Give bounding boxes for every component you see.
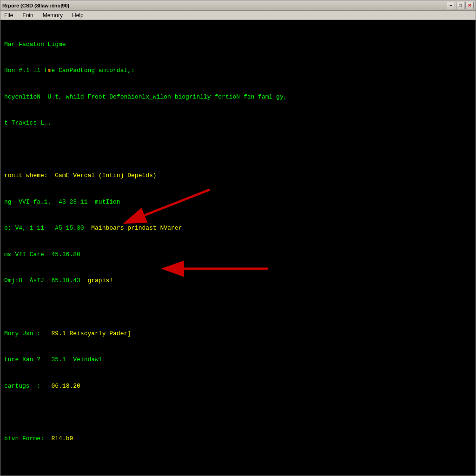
terminal-line: ture Xan ? 35.1 Veindawl (4, 356, 472, 364)
window-controls: – □ ✕ (447, 2, 474, 9)
menu-bar: File Foin Memory Help (0, 11, 476, 20)
terminal-line: bivn Forme: Rl4.b9 (4, 435, 472, 443)
arrow-indicator-2 (177, 257, 270, 280)
window-title: Rrpore (CSD (8llaw ično|90) (2, 3, 69, 8)
maximize-button[interactable]: □ (456, 2, 464, 9)
menu-help[interactable]: Help (70, 12, 86, 19)
terminal-line: ronit wheme: GamE Vercal (Intinj Depelds… (4, 172, 472, 180)
menu-file[interactable]: File (2, 12, 15, 19)
terminal-line: hcyenltioN U.t, whild Froot Defonàionlx_… (4, 93, 472, 102)
minimize-button[interactable]: – (447, 2, 455, 9)
menu-foin[interactable]: Foin (20, 12, 35, 19)
terminal-line (4, 461, 472, 469)
arrow-indicator-1 (131, 185, 214, 222)
terminal-line: Mar Facaton Ligme (4, 40, 472, 49)
terminal-line: cartugs -: 06.18.20 (4, 382, 472, 391)
main-window: Rrpore (CSD (8llaw ično|90) – □ ✕ File F… (0, 0, 476, 476)
terminal-line (4, 145, 472, 154)
title-bar: Rrpore (CSD (8llaw ično|90) – □ ✕ (0, 0, 476, 11)
terminal-line: t Traxics L.. (4, 119, 472, 128)
svg-line-1 (145, 190, 210, 215)
terminal-line: Ron #.1 ±1 fme CanPadtong amtordal,: (4, 66, 472, 75)
menu-memory[interactable]: Memory (41, 12, 65, 19)
terminal-area: Mar Facaton Ligme Ron #.1 ±1 fme CanPadt… (0, 20, 476, 476)
terminal-line: b; V4, 1 11 #5 15.30 Mainboars prindast … (4, 224, 472, 233)
terminal-line: ng VVI fa.1. 43 23 11 mutIion (4, 198, 472, 207)
terminal-line (4, 303, 472, 312)
close-button[interactable]: ✕ (465, 2, 474, 9)
terminal-line: Mory Usn : R9.1 Reiscyarly Pader] (4, 330, 472, 338)
terminal-line (4, 408, 472, 417)
terminal-output: Mar Facaton Ligme Ron #.1 ±1 fme CanPadt… (4, 23, 472, 476)
